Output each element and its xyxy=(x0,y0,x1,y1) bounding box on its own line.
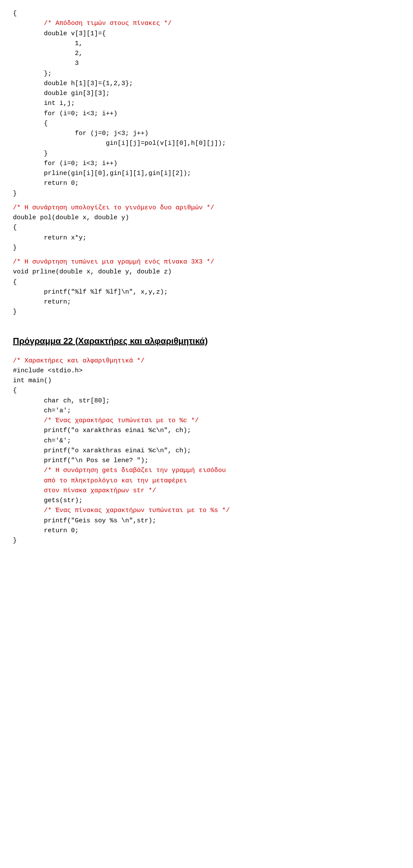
code-line: /* Ένας χαρακτήρας τυπώνεται με το %c */ xyxy=(13,416,400,426)
code-line: return 0; xyxy=(13,526,400,536)
code-line: από το πληκτρολόγιο και την μεταφέρει xyxy=(13,476,400,486)
code-line: for (i=0; i<3; i++) xyxy=(13,109,400,119)
code-line: printf("\n Pos se lene? "); xyxy=(13,456,400,466)
code-line: 2, xyxy=(13,49,400,58)
code-line: char ch, str[80]; xyxy=(13,396,400,406)
code-line: /* Ένας πίνακας χαρακτήρων τυπώνεται με … xyxy=(13,506,400,515)
code-line: { xyxy=(13,277,400,287)
code-line: /* Απόδοση τιμών στους πίνακες */ xyxy=(13,18,400,28)
code-line: return 0; xyxy=(13,178,400,188)
code-line: { xyxy=(13,9,400,18)
code-line: for (j=0; j<3; j++) xyxy=(13,129,400,138)
code-line: gin[i][j]=pol(v[i][0],h[0][j]); xyxy=(13,138,400,148)
code-line: void prline(double x, double y, double z… xyxy=(13,267,400,277)
code-line: return; xyxy=(13,297,400,307)
code-line: int i,j; xyxy=(13,98,400,108)
code-line: return x*y; xyxy=(13,233,400,243)
code-line: double pol(double x, double y) xyxy=(13,213,400,223)
code-line: #include <stdio.h> xyxy=(13,366,400,376)
code-line: printf("o xarakthras einai %c\n", ch); xyxy=(13,426,400,436)
code-line: for (i=0; i<3; i++) xyxy=(13,159,400,169)
code-line: } xyxy=(13,536,400,546)
code-line: 1, xyxy=(13,39,400,49)
code-line: /* Χαρακτήρες και αλφαριθμητικά */ xyxy=(13,356,400,366)
code-section: { /* Απόδοση τιμών στους πίνακες */ doub… xyxy=(13,9,400,199)
code-line: printf("Geis soy %s \n",str); xyxy=(13,516,400,526)
code-line: } xyxy=(13,189,400,199)
code-line: /* Η συνάρτηση υπολογίζει το γινόμενο δυ… xyxy=(13,203,400,213)
code-section: /* Η συνάρτηση τυπώνει μια γραμμή ενός π… xyxy=(13,257,400,317)
code-line: /* Η συνάρτηση τυπώνει μια γραμμή ενός π… xyxy=(13,257,400,267)
code-line: }; xyxy=(13,69,400,79)
code-line: ch='a'; xyxy=(13,406,400,416)
code-line: gets(str); xyxy=(13,496,400,506)
code-section: /* Χαρακτήρες και αλφαριθμητικά */#inclu… xyxy=(13,356,400,546)
code-line: } xyxy=(13,149,400,159)
code-line: { xyxy=(13,386,400,396)
code-line: printf("o xarakthras einai %c\n", ch); xyxy=(13,446,400,456)
code-line: στον πίνακα χαρακτήρων str */ xyxy=(13,486,400,496)
code-line: double gin[3][3]; xyxy=(13,89,400,98)
code-line: /* Η συνάρτηση gets διαβάζει την γραμμή … xyxy=(13,466,400,475)
code-line: { xyxy=(13,223,400,233)
code-line: double h[1][3]={1,2,3}; xyxy=(13,79,400,89)
code-section: /* Η συνάρτηση υπολογίζει το γινόμενο δυ… xyxy=(13,203,400,253)
code-line: printf("%lf %lf %lf]\n", x,y,z); xyxy=(13,287,400,297)
code-line: prline(gin[i][0],gin[i][1],gin[i][2]); xyxy=(13,169,400,178)
code-line: } xyxy=(13,307,400,317)
section-title: Πρόγραμμα 22 (Χαρακτήρες και αλφαριθμητι… xyxy=(13,334,400,347)
code-line: 3 xyxy=(13,58,400,68)
code-line: int main() xyxy=(13,376,400,386)
code-line: { xyxy=(13,119,400,129)
code-line: ch='&'; xyxy=(13,436,400,446)
code-line: } xyxy=(13,243,400,253)
app-container: { /* Απόδοση τιμών στους πίνακες */ doub… xyxy=(13,9,400,546)
code-line: double v[3][1]={ xyxy=(13,29,400,39)
